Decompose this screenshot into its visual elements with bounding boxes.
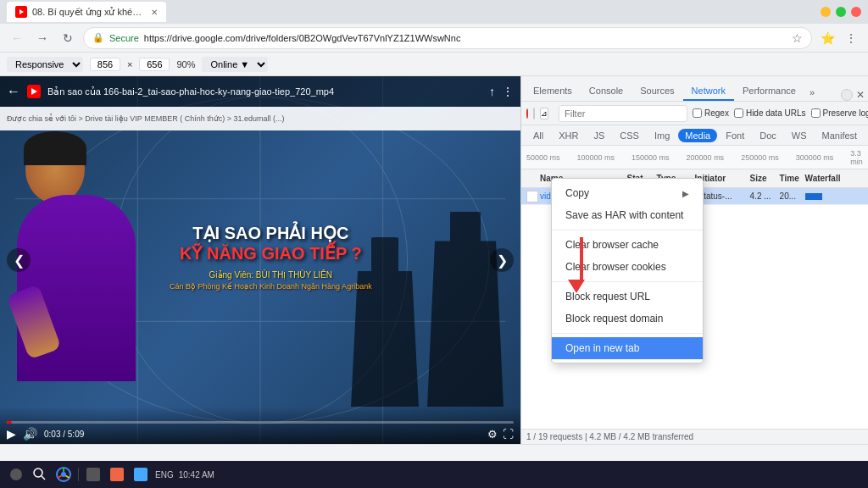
video-share-icon[interactable]: ↑ <box>489 85 495 98</box>
tab-network[interactable]: Network <box>683 82 734 101</box>
svg-rect-19 <box>110 468 124 481</box>
ctx-block-domain[interactable]: Block request domain <box>552 308 703 330</box>
maximize-button[interactable] <box>836 7 846 17</box>
prev-arrow-button[interactable]: ❮ <box>7 248 31 272</box>
volume-button[interactable]: 🔊 <box>23 427 37 441</box>
taskbar-start[interactable] <box>7 465 25 484</box>
bookmark-icon[interactable]: ☆ <box>792 31 803 45</box>
regex-checkbox[interactable]: Regex <box>693 108 729 118</box>
video-controls: ▶ 🔊 0:03 / 5:09 ⚙ ⛶ <box>0 407 520 444</box>
taskbar: ENG 10:42 AM <box>0 461 868 488</box>
svg-line-16 <box>66 476 70 479</box>
filter-font[interactable]: Font <box>719 129 751 142</box>
width-input[interactable] <box>90 58 120 71</box>
secure-icon: 🔒 <box>92 32 104 43</box>
responsive-bar: Responsive × 90% Online ▼ <box>0 53 868 76</box>
filter-tabs: All XHR JS CSS Img Media Font Doc WS Man… <box>521 125 868 146</box>
ctx-copy-arrow: ▶ <box>682 189 689 198</box>
row-checkbox[interactable] <box>526 191 538 202</box>
tabs-more-button[interactable]: » <box>804 84 820 101</box>
settings-icon[interactable]: ⚙ <box>487 428 498 441</box>
tab-close-button[interactable]: ✕ <box>151 8 158 17</box>
svg-point-10 <box>10 469 22 480</box>
play-button[interactable]: ▶ <box>7 427 16 441</box>
taskbar-chrome[interactable] <box>54 465 73 484</box>
filter-doc[interactable]: Doc <box>753 129 783 142</box>
svg-point-14 <box>61 472 66 477</box>
main-content: TẠI SAO PHẢI HỌC KỸ NĂNG GIAO TIẾP ? Giả… <box>0 76 868 444</box>
address-bar[interactable]: 🔒 Secure https://drive.google.com/drive/… <box>83 27 812 49</box>
video-more-icon[interactable]: ⋮ <box>502 85 514 98</box>
filter-media[interactable]: Media <box>678 129 717 142</box>
presenter-area <box>17 136 153 407</box>
fullscreen-icon[interactable]: ⛶ <box>503 428 514 441</box>
url-text: https://drive.google.com/drive/folders/0… <box>144 33 787 43</box>
close-button[interactable] <box>851 7 861 17</box>
taskbar-icon1[interactable] <box>84 465 103 484</box>
browser-status-bar <box>0 444 868 461</box>
col-time-header: Time <box>780 174 805 183</box>
minimize-button[interactable] <box>821 7 831 17</box>
tab-console[interactable]: Console <box>581 82 632 101</box>
forward-button[interactable]: → <box>32 28 53 48</box>
devtools-close-icon[interactable]: ✕ <box>856 89 865 101</box>
video-text-line1: TẠI SAO PHẢI HỌC <box>170 223 372 243</box>
taskbar-search[interactable] <box>31 465 49 484</box>
filter-ws[interactable]: WS <box>785 129 814 142</box>
filter-img[interactable]: Img <box>648 129 676 142</box>
tab-performance[interactable]: Performance <box>734 82 804 101</box>
next-arrow-button[interactable]: ❯ <box>490 248 514 272</box>
tl-100: 100000 ms <box>577 153 632 162</box>
clear-button[interactable] <box>533 108 535 119</box>
taskbar-icon2[interactable] <box>108 465 126 484</box>
ctx-copy[interactable]: Copy ▶ <box>552 182 703 204</box>
dt-status-bar: 1 / 19 requests | 4.2 MB / 4.2 MB transf… <box>521 429 868 444</box>
browser-tab[interactable]: 08. Bí quyết ứng xử khéo ... ✕ <box>7 2 166 22</box>
network-select[interactable]: Online ▼ <box>202 57 268 72</box>
filter-manifest[interactable]: Manifest <box>815 129 865 142</box>
ctx-save-har[interactable]: Save as HAR with content <box>552 204 703 226</box>
ctx-open-tab[interactable]: Open in new tab <box>552 337 703 359</box>
filter-all[interactable]: All <box>526 129 550 142</box>
filter-input[interactable] <box>559 105 687 122</box>
tl-200: 200000 ms <box>687 153 742 162</box>
tab-sources[interactable]: Sources <box>632 82 682 101</box>
silhouettes <box>351 212 504 407</box>
responsive-select[interactable]: Responsive <box>7 57 83 72</box>
org-name: Cán Bộ Phòng Kế Hoạch Kinh Doanh Ngân Hà… <box>170 282 372 291</box>
height-input[interactable] <box>139 58 170 71</box>
row-checkbox-cell <box>526 191 540 202</box>
filter-js[interactable]: JS <box>587 129 611 142</box>
record-button[interactable] <box>526 108 528 119</box>
extensions-icon[interactable]: ⭐ <box>817 28 837 48</box>
browser-toolbar: ← → ↻ 🔒 Secure https://drive.google.com/… <box>0 24 868 53</box>
devtools-tabs: Elements Console Sources Network Perform… <box>521 76 868 102</box>
arrow-head <box>568 280 585 293</box>
hide-urls-checkbox[interactable]: Hide data URLs <box>734 108 806 118</box>
col-waterfall-header: Waterfall <box>805 174 863 183</box>
progress-bar[interactable] <box>7 421 514 424</box>
preserve-log-checkbox[interactable]: Preserve log <box>811 108 869 118</box>
ctx-block-domain-label: Block request domain <box>565 313 663 324</box>
filter-css[interactable]: CSS <box>613 129 646 142</box>
video-back-button[interactable]: ← <box>7 84 20 99</box>
taskbar-icon3[interactable] <box>131 465 150 484</box>
progress-fill <box>7 421 12 424</box>
tl-150: 150000 ms <box>632 153 687 162</box>
tab-elements[interactable]: Elements <box>525 82 581 101</box>
svg-rect-20 <box>134 468 147 481</box>
video-text-overlay: TẠI SAO PHẢI HỌC KỸ NĂNG GIAO TIẾP ? Giả… <box>170 223 372 291</box>
filter-icon[interactable]: ⊿ <box>540 108 548 119</box>
filter-xhr[interactable]: XHR <box>552 129 585 142</box>
refresh-button[interactable]: ↻ <box>58 28 78 48</box>
tl-50: 50000 ms <box>526 153 577 162</box>
waterfall-bar <box>805 193 822 200</box>
dt-toolbar: ⊿ Regex Hide data URLs Preserve log Disa… <box>521 102 868 125</box>
menu-icon[interactable]: ⋮ <box>841 28 861 48</box>
devtools-settings-icon[interactable] <box>841 89 853 101</box>
back-button[interactable]: ← <box>7 28 27 48</box>
video-background: TẠI SAO PHẢI HỌC KỸ NĂNG GIAO TIẾP ? Giả… <box>0 76 520 444</box>
task-sep1 <box>78 468 79 481</box>
dt-status-text: 1 / 19 requests | 4.2 MB / 4.2 MB transf… <box>526 432 693 441</box>
video-container: TẠI SAO PHẢI HỌC KỸ NĂNG GIAO TIẾP ? Giả… <box>0 76 520 444</box>
